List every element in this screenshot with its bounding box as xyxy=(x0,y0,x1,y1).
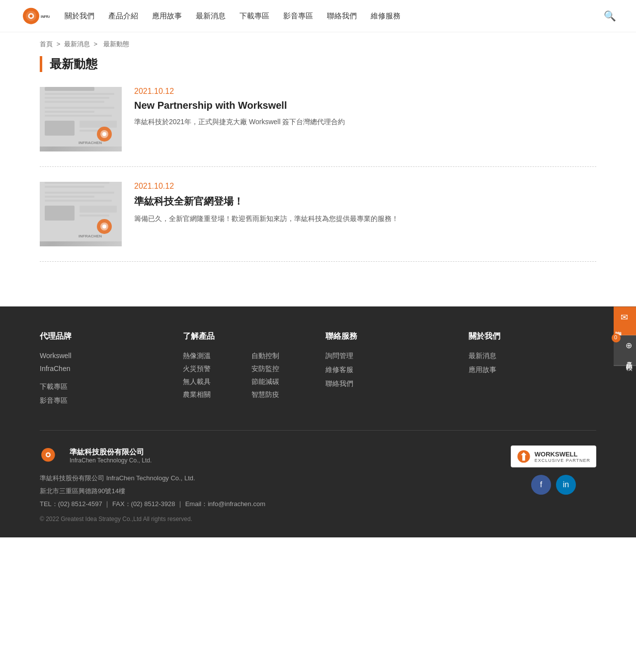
breadcrumb-home[interactable]: 首頁 xyxy=(40,40,53,48)
news-image-1: INFRACHEN xyxy=(40,87,122,151)
side-panel: ✉ 詢問管理 0 ⊕ 產品比較 xyxy=(614,306,636,366)
footer-company-name-zh: 準紘科技股份有限公司 xyxy=(70,447,152,457)
footer-product-thermal[interactable]: 熱像測溫 xyxy=(183,352,242,361)
main-nav: 關於我們 產品介紹 應用故事 最新消息 下載專區 影音專區 聯絡我們 維修服務 xyxy=(60,11,604,21)
workswell-name: WORKSWELL xyxy=(535,450,590,458)
svg-point-33 xyxy=(102,224,106,228)
breadcrumb-sep2: > xyxy=(93,40,97,48)
footer-product-energy[interactable]: 節能減碳 xyxy=(251,377,311,386)
footer-link-workswell[interactable]: Workswell xyxy=(40,352,168,360)
workswell-partner-badge: WORKSWELL EXCLUSIVE PARTNER xyxy=(511,446,596,467)
svg-point-37 xyxy=(47,453,49,456)
footer-company-info: 準紘科技股份有限公司 InfraChen Technology Co., Ltd… xyxy=(40,446,501,523)
footer-nav: 代理品牌 Workswell InfraChen 下載專區 影音專區 了解產品 … xyxy=(40,331,596,405)
news-item-2: INFRACHEN 2021.10.12 準紘科技全新官網登場！ 籌備已久，全新… xyxy=(40,182,596,262)
svg-rect-23 xyxy=(45,182,109,184)
footer-full-name: 準紘科技股份有限公司 InfraChen Technology Co., Ltd… xyxy=(40,472,501,485)
news-item-1: INFRACHEN 2021.10.12 New Partnership wit… xyxy=(40,87,596,167)
footer-tel-fax: TEL：(02) 8512-4597 ｜ FAX：(02) 8512-3928 … xyxy=(40,498,501,511)
footer-copyright: © 2022 Greatest Idea Strategy Co.,Ltd Al… xyxy=(40,516,501,523)
footer-bottom: 準紘科技股份有限公司 InfraChen Technology Co., Ltd… xyxy=(40,430,596,523)
news-date-2: 2021.10.12 xyxy=(134,182,596,191)
nav-about[interactable]: 關於我們 xyxy=(60,11,99,21)
svg-rect-29 xyxy=(80,206,117,213)
footer-about-title: 關於我們 xyxy=(469,331,597,342)
footer-download-link[interactable]: 下載專區 xyxy=(40,382,168,391)
breadcrumb-sep1: > xyxy=(57,40,61,48)
footer-contact-repair[interactable]: 維修客服 xyxy=(325,366,454,374)
footer-brands-title: 代理品牌 xyxy=(40,331,168,342)
main-content: 最新動態 xyxy=(0,56,636,306)
news-excerpt-2: 籌備已久，全新官網隆重登場！歡迎舊雨新知來訪，準紘科技為您提供最專業的服務！ xyxy=(134,213,596,225)
svg-rect-10 xyxy=(45,107,114,109)
footer-products-title: 了解產品 xyxy=(183,331,311,342)
nav-download[interactable]: 下載專區 xyxy=(235,11,274,21)
nav-video[interactable]: 影音專區 xyxy=(278,11,318,21)
breadcrumb-news[interactable]: 最新消息 xyxy=(64,40,90,48)
footer-products-grid: 熱像測溫 自動控制 火災預警 安防監控 無人載具 節能減碳 農業相關 智慧防疫 xyxy=(183,352,311,399)
search-button[interactable]: 🔍 xyxy=(604,10,616,22)
header: INFRACHEN 關於我們 產品介紹 應用故事 最新消息 下載專區 影音專區 … xyxy=(0,0,636,32)
nav-products[interactable]: 產品介紹 xyxy=(103,11,143,21)
svg-text:INFRACHEN: INFRACHEN xyxy=(79,234,102,238)
breadcrumb: 首頁 > 最新消息 > 最新動態 xyxy=(0,32,636,56)
linkedin-link[interactable]: in xyxy=(556,475,576,495)
footer-company-name-en: InfraChen Technology Co., Ltd. xyxy=(70,457,152,464)
compare-icon: ⊕ xyxy=(626,340,633,351)
compare-button[interactable]: 0 ⊕ 產品比較 xyxy=(614,335,636,366)
news-content-2: 2021.10.12 準紘科技全新官網登場！ 籌備已久，全新官網隆重登場！歡迎舊… xyxy=(134,182,596,246)
footer-brands-links: Workswell InfraChen xyxy=(40,352,168,373)
breadcrumb-current: 最新動態 xyxy=(103,40,129,48)
svg-rect-24 xyxy=(45,186,104,188)
svg-point-18 xyxy=(102,132,106,136)
svg-rect-30 xyxy=(80,215,109,217)
footer-contact-inquiry[interactable]: 詢問管理 xyxy=(325,352,454,361)
footer-contact-us[interactable]: 聯絡我們 xyxy=(325,379,454,388)
footer-contact-section: 聯絡服務 詢問管理 維修客服 聯絡我們 xyxy=(325,331,454,405)
svg-rect-9 xyxy=(45,101,104,103)
svg-rect-14 xyxy=(80,121,117,128)
social-links: f in xyxy=(531,475,576,495)
compare-label: 產品比較 xyxy=(626,356,633,360)
facebook-link[interactable]: f xyxy=(531,475,551,495)
svg-rect-8 xyxy=(45,97,109,99)
footer-product-auto[interactable]: 自動控制 xyxy=(251,352,311,361)
svg-rect-28 xyxy=(45,206,75,221)
svg-rect-25 xyxy=(45,192,114,194)
svg-rect-27 xyxy=(45,200,112,202)
svg-text:INFRACHEN: INFRACHEN xyxy=(79,141,102,145)
footer-logo-area: 準紘科技股份有限公司 InfraChen Technology Co., Ltd… xyxy=(40,446,501,464)
nav-news[interactable]: 最新消息 xyxy=(191,11,231,21)
footer-product-drone[interactable]: 無人載具 xyxy=(183,377,242,386)
workswell-partner-text: EXCLUSIVE PARTNER xyxy=(535,458,590,463)
footer-address: 新北市三重區興德路90號14樓 xyxy=(40,485,501,498)
svg-rect-12 xyxy=(45,115,112,117)
inquiry-button[interactable]: ✉ 詢問管理 xyxy=(614,306,636,335)
footer-video-link[interactable]: 影音專區 xyxy=(40,396,168,405)
nav-repair[interactable]: 維修服務 xyxy=(366,11,405,21)
news-date-1: 2021.10.12 xyxy=(134,87,596,96)
news-title-1[interactable]: New Partnership with Workswell xyxy=(134,100,596,111)
nav-stories[interactable]: 應用故事 xyxy=(147,11,187,21)
footer-product-agriculture[interactable]: 農業相關 xyxy=(183,390,242,399)
footer-right: WORKSWELL EXCLUSIVE PARTNER f in xyxy=(511,446,596,495)
footer-product-security[interactable]: 安防監控 xyxy=(251,365,311,373)
footer-product-smart[interactable]: 智慧防疫 xyxy=(251,390,311,399)
footer-info: 準紘科技股份有限公司 InfraChen Technology Co., Ltd… xyxy=(40,472,501,511)
svg-rect-6 xyxy=(45,87,94,91)
news-content-1: 2021.10.12 New Partnership with Workswel… xyxy=(134,87,596,151)
news-title-2[interactable]: 準紘科技全新官網登場！ xyxy=(134,195,596,208)
footer-link-infrachen[interactable]: InfraChen xyxy=(40,365,168,373)
logo[interactable]: INFRACHEN xyxy=(20,5,50,27)
footer: 代理品牌 Workswell InfraChen 下載專區 影音專區 了解產品 … xyxy=(0,306,636,537)
nav-contact[interactable]: 聯絡我們 xyxy=(322,11,362,21)
footer-brands-section: 代理品牌 Workswell InfraChen 下載專區 影音專區 xyxy=(40,331,168,405)
news-image-2: INFRACHEN xyxy=(40,182,122,246)
footer-contact-links: 詢問管理 維修客服 聯絡我們 xyxy=(325,352,454,388)
news-excerpt-1: 準紘科技於2021年，正式與捷克大廠 Workswell 簽下台灣總代理合約 xyxy=(134,116,596,128)
footer-product-fire[interactable]: 火災預警 xyxy=(183,365,242,373)
compare-badge: 0 xyxy=(612,333,621,342)
footer-about-stories[interactable]: 應用故事 xyxy=(469,366,597,374)
footer-products-section: 了解產品 熱像測溫 自動控制 火災預警 安防監控 無人載具 節能減碳 農業相關 … xyxy=(183,331,311,405)
footer-about-news[interactable]: 最新消息 xyxy=(469,352,597,361)
